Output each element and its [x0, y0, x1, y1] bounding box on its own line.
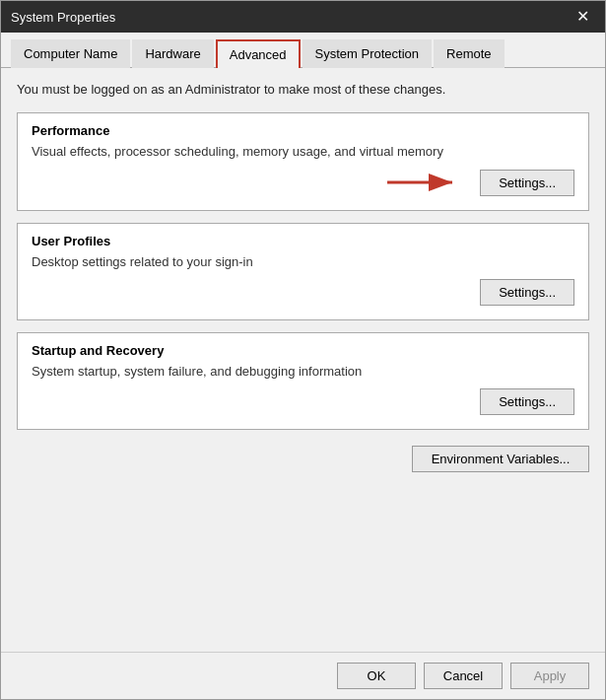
startup-recovery-title: Startup and Recovery — [32, 343, 574, 358]
tab-hardware[interactable]: Hardware — [132, 39, 213, 68]
user-profiles-title: User Profiles — [32, 234, 574, 248]
performance-section: Performance Visual effects, processor sc… — [17, 112, 589, 211]
user-profiles-section: User Profiles Desktop settings related t… — [17, 223, 589, 320]
user-profiles-settings-button[interactable]: Settings... — [480, 279, 574, 306]
tab-bar: Computer Name Hardware Advanced System P… — [1, 33, 605, 68]
startup-recovery-settings-button[interactable]: Settings... — [480, 388, 574, 415]
user-profiles-desc: Desktop settings related to your sign-in — [32, 254, 574, 269]
startup-recovery-desc: System startup, system failure, and debu… — [32, 364, 574, 379]
admin-info-text: You must be logged on as an Administrato… — [17, 82, 589, 97]
performance-title: Performance — [32, 123, 574, 138]
performance-btn-row: Settings... — [32, 169, 574, 196]
window-title: System Properties — [11, 10, 115, 25]
tab-advanced[interactable]: Advanced — [216, 39, 301, 68]
apply-button[interactable]: Apply — [510, 663, 589, 689]
performance-settings-button[interactable]: Settings... — [480, 170, 574, 196]
dialog-footer: OK Cancel Apply — [1, 652, 605, 699]
tab-content: You must be logged on as an Administrato… — [1, 68, 605, 652]
title-bar: System Properties ✕ — [1, 1, 605, 33]
env-row: Environment Variables... — [17, 446, 589, 472]
arrow-icon — [385, 169, 464, 196]
environment-variables-button[interactable]: Environment Variables... — [412, 446, 589, 472]
user-profiles-btn-row: Settings... — [32, 279, 574, 306]
close-button[interactable]: ✕ — [571, 7, 595, 27]
ok-button[interactable]: OK — [337, 663, 416, 689]
performance-desc: Visual effects, processor scheduling, me… — [32, 144, 574, 159]
system-properties-window: System Properties ✕ Computer Name Hardwa… — [0, 0, 606, 700]
cancel-button[interactable]: Cancel — [424, 663, 503, 689]
tab-remote[interactable]: Remote — [434, 39, 505, 68]
tab-system-protection[interactable]: System Protection — [303, 39, 433, 68]
startup-recovery-btn-row: Settings... — [32, 388, 574, 415]
startup-recovery-section: Startup and Recovery System startup, sys… — [17, 332, 589, 430]
tab-computer-name[interactable]: Computer Name — [11, 39, 130, 68]
